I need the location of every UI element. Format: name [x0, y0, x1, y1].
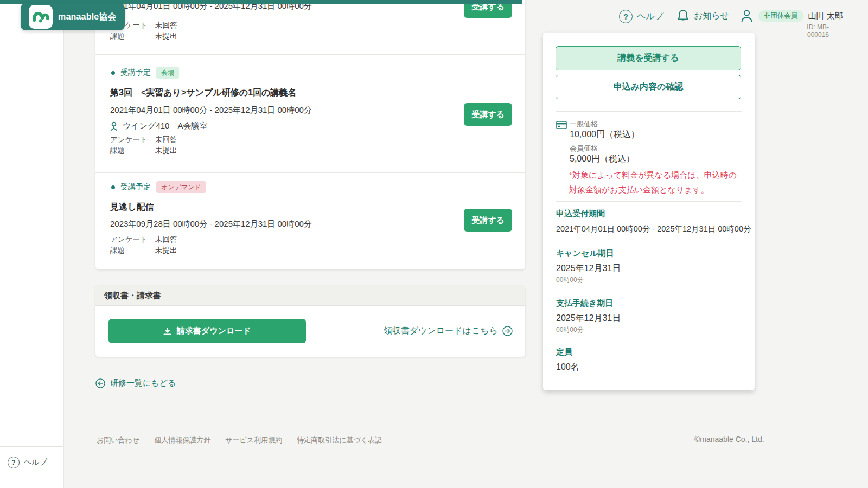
on-demand-badge: オンデマンド [156, 181, 206, 193]
notifications-button[interactable]: お知らせ [676, 9, 729, 23]
member-price-value: 5,000円（税込） [570, 153, 635, 165]
sidebar-help-button[interactable]: ? ヘルプ [8, 457, 47, 468]
attend-session-button[interactable]: 受講する [464, 103, 512, 126]
help-label: ヘルプ [637, 11, 663, 22]
session-status: 受講予定 [120, 68, 151, 78]
user-name: 山田 太郎 [808, 11, 843, 21]
session-date: 2021年04月01日 00時00分 - 2025年12月31日 00時00分 [110, 105, 312, 115]
confirm-application-label: 申込み内容の確認 [614, 81, 684, 93]
attend-session-button[interactable]: 受講する [464, 209, 512, 232]
receipts-card: 領収書・請求書 請求書ダウンロード 領収書ダウンロードはこちら [95, 286, 525, 357]
venue-badge: 会場 [156, 67, 179, 79]
panel-divider [556, 201, 742, 202]
task-label: 課題 [110, 31, 155, 41]
brand-logo[interactable]: manaable協会 [21, 3, 125, 30]
user-id: ID: MB-000016 [786, 23, 829, 38]
member-price-label: 会員価格 [570, 144, 598, 153]
survey-value: 未回答 [155, 135, 177, 145]
survey-value: 未回答 [155, 235, 177, 245]
session-status: 受講予定 [120, 182, 151, 192]
question-circle-icon: ? [619, 10, 633, 23]
task-status-row: 課題 未提出 [110, 146, 177, 156]
panel-divider [556, 342, 742, 342]
confirm-application-button[interactable]: 申込み内容の確認 [556, 75, 741, 99]
bell-icon [676, 9, 690, 23]
attend-button-label: 受講する [471, 110, 505, 120]
session-title: 第3回 <実習あり>サンプル研修の1回の講義名 [110, 87, 296, 99]
attend-button-label: 受講する [471, 215, 505, 226]
location-pin-icon [110, 121, 118, 131]
receipt-download-link[interactable]: 領収書ダウンロードはこちら [384, 325, 513, 337]
survey-label: アンケート [110, 135, 155, 145]
status-dot-icon [111, 185, 115, 189]
payment-deadline-time: 00時00分 [556, 325, 584, 335]
back-link-label: 研修一覧にもどる [110, 378, 176, 388]
panel-divider [556, 243, 742, 243]
sidebar-help-label: ヘルプ [24, 458, 47, 467]
session-status-row: 受講予定 会場 [111, 67, 179, 79]
card-divider [95, 54, 525, 55]
help-button[interactable]: ? ヘルプ [619, 10, 663, 23]
session-title: 見逃し配信 [110, 202, 154, 213]
cancel-deadline-date: 2025年12月31日 [556, 263, 621, 274]
attend-lecture-button[interactable]: 講義を受講する [556, 46, 741, 70]
copyright: ©manaable Co., Ltd. [694, 435, 764, 444]
survey-status-row: アンケート 未回答 [110, 235, 177, 245]
application-period-value: 2021年04月01日 00時00分 - 2025年12月31日 00時00分 [556, 224, 751, 234]
receipts-title: 領収書・請求書 [104, 291, 161, 301]
footer-link-privacy[interactable]: 個人情報保護方針 [154, 435, 210, 445]
footer-link-contact[interactable]: お問い合わせ [97, 435, 139, 445]
task-label: 課題 [110, 146, 155, 156]
left-sidebar [0, 0, 64, 488]
question-circle-icon: ? [8, 457, 20, 468]
task-value: 未提出 [155, 146, 177, 156]
arrow-right-circle-icon [502, 326, 513, 336]
back-to-list-link[interactable]: 研修一覧にもどる [95, 378, 176, 388]
footer-links: お問い合わせ 個人情報保護方針 サービス利用規約 特定商取引法に基づく表記 [97, 435, 382, 445]
invoice-download-button[interactable]: 請求書ダウンロード [108, 319, 306, 343]
session-location: ウイング410 A会議室 [123, 121, 207, 131]
task-label: 課題 [110, 246, 155, 255]
footer-link-commercial-law[interactable]: 特定商取引法に基づく表記 [297, 435, 382, 445]
task-value: 未提出 [155, 246, 177, 255]
capacity-label: 定員 [556, 347, 572, 357]
session-date: 2023年09月28日 00時00分 - 2025年12月31日 00時00分 [110, 219, 312, 229]
receipts-header: 領収書・請求書 [95, 286, 525, 306]
task-value: 未提出 [155, 31, 177, 41]
user-menu[interactable]: 非団体会員 山田 太郎 [740, 9, 843, 23]
status-dot-icon [111, 71, 115, 75]
cancel-deadline-time: 00時00分 [556, 275, 584, 285]
credit-card-icon [556, 121, 567, 129]
task-status-row: 課題 未提出 [110, 246, 177, 255]
notifications-label: お知らせ [694, 10, 729, 22]
person-icon [740, 9, 754, 23]
download-icon [163, 327, 171, 335]
attend-lecture-label: 講義を受講する [617, 53, 679, 64]
course-detail-panel: 講義を受講する 申込み内容の確認 一般価格 10,000円（税込） 会員価格 5… [543, 33, 755, 390]
general-price-label: 一般価格 [570, 119, 598, 129]
general-price-value: 10,000円（税込） [570, 129, 640, 140]
price-note: *対象によって料金が異なる場合は、申込時の対象金額がお支払い金額となります。 [569, 168, 739, 197]
capacity-value: 100名 [556, 362, 579, 373]
payment-deadline-label: 支払手続き期日 [556, 298, 613, 309]
card-divider [95, 172, 525, 173]
membership-badge: 非団体会員 [758, 10, 803, 22]
manaable-logo-icon [29, 5, 53, 29]
brand-name: manaable協会 [58, 11, 117, 23]
survey-status-row: アンケート 未回答 [110, 135, 177, 145]
task-status-row: 課題 未提出 [110, 31, 177, 41]
sidebar-divider [0, 446, 63, 447]
cancel-deadline-label: キャンセル期日 [556, 248, 614, 259]
payment-deadline-date: 2025年12月31日 [556, 313, 621, 324]
survey-value: 未回答 [155, 21, 177, 30]
session-status-row: 受講予定 オンデマンド [111, 181, 206, 193]
sessions-card: 2021年04月01日 00時00分 - 2025年12月31日 00時00分 … [95, 0, 525, 269]
panel-divider [556, 293, 742, 293]
survey-label: アンケート [110, 235, 155, 245]
footer-link-terms[interactable]: サービス利用規約 [225, 435, 282, 445]
session-location-row: ウイング410 A会議室 [110, 121, 207, 131]
panel-divider [556, 111, 742, 112]
receipt-link-label: 領収書ダウンロードはこちら [384, 325, 498, 337]
application-period-label: 申込受付期間 [556, 209, 605, 219]
arrow-left-circle-icon [95, 378, 105, 388]
